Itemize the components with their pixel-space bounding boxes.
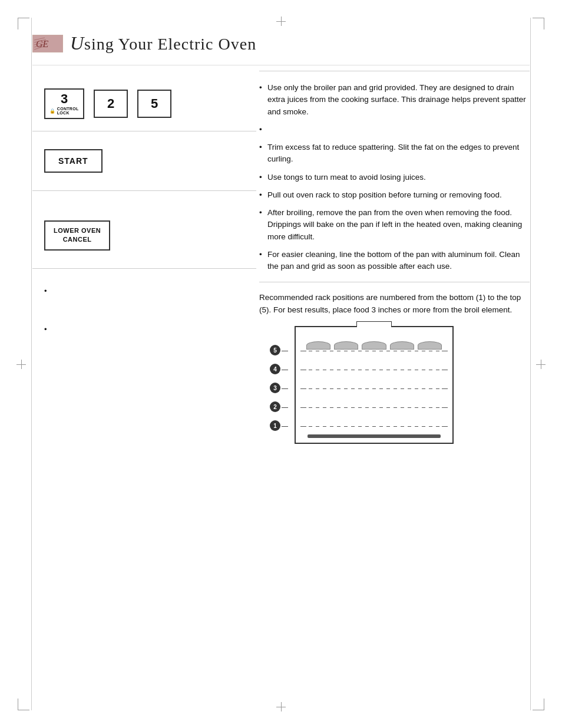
- rack-arrow-1: —: [282, 422, 288, 429]
- page-border-right: [530, 18, 531, 710]
- start-button[interactable]: START: [44, 149, 103, 173]
- right-bullet-rack-pull: Pull out oven rack to stop position befo…: [259, 189, 530, 201]
- key-button-5[interactable]: 5: [137, 90, 171, 118]
- left-bullet-list: [32, 269, 256, 334]
- key-sub-control-lock: 🔒 CONTROLLOCK: [49, 107, 78, 115]
- rack-circle-5: 5: [270, 345, 280, 355]
- connector-right-1: [442, 426, 448, 427]
- keypad-buttons-section: 3 🔒 CONTROLLOCK 2 5: [32, 71, 256, 131]
- key-number-2: 2: [107, 97, 114, 110]
- rack-diagram: [295, 326, 454, 444]
- cross-mark-left: [16, 360, 26, 369]
- connector-right-3: [442, 388, 448, 389]
- rack-shelf-2: [302, 407, 447, 408]
- key-button-3[interactable]: 3 🔒 CONTROLLOCK: [44, 88, 84, 119]
- connector-right-2: [442, 407, 448, 408]
- page-header: GE Using Your Electric Oven: [32, 32, 530, 54]
- rack-arrow-4: —: [282, 365, 288, 373]
- right-bullet-empty: [259, 124, 530, 136]
- cancel-line1: LOWER OVEN: [54, 227, 101, 234]
- key-number-5: 5: [151, 97, 158, 110]
- rack-arrow-3: —: [282, 384, 288, 391]
- rack-label-2: 2 —: [270, 401, 288, 412]
- connector-right-5: [442, 351, 448, 351]
- right-mid-divider: [259, 282, 530, 282]
- right-bullet-tongs: Use tongs to turn meat to avoid losing j…: [259, 172, 530, 183]
- right-bullet-after-broiling: After broiling, remove the pan from the …: [259, 207, 530, 243]
- corner-mark-br: [533, 699, 544, 710]
- food-lump-3: [362, 341, 386, 350]
- rack-shelf-1: [302, 426, 447, 427]
- cancel-section: LOWER OVEN CANCEL: [32, 191, 256, 268]
- connector-right-4: [442, 370, 448, 370]
- cancel-line2: CANCEL: [63, 236, 92, 243]
- key-button-2[interactable]: 2: [94, 90, 128, 118]
- rack-arrow-5: —: [282, 347, 288, 354]
- cross-mark-right: [536, 360, 546, 369]
- rack-circle-2: 2: [270, 401, 280, 412]
- brand-logo: GE: [32, 35, 63, 52]
- corner-mark-tl: [18, 18, 29, 29]
- rack-arrow-2: —: [282, 403, 288, 410]
- connector-left-4: [300, 370, 306, 370]
- start-section: START: [32, 131, 256, 190]
- connector-left-5: [300, 351, 306, 351]
- rack-circle-1: 1: [270, 420, 280, 431]
- page-border-left: [31, 18, 32, 710]
- rack-label-4: 4 —: [270, 364, 288, 374]
- cross-mark-top: [276, 17, 286, 26]
- rack-position-text: Recommended rack positions are numbered …: [259, 292, 530, 317]
- food-visual: [306, 341, 442, 350]
- corner-mark-bl: [18, 699, 29, 710]
- rack-bottom-element: [308, 434, 441, 438]
- right-bullet-trim-fat: Trim excess fat to reduce spattering. Sl…: [259, 141, 530, 166]
- right-bullet-broiler-pan: Use only the broiler pan and grid provid…: [259, 82, 530, 118]
- rack-top-handle: [356, 321, 392, 327]
- food-lump-4: [390, 341, 414, 350]
- cross-mark-bottom: [276, 702, 286, 711]
- connector-left-3: [300, 388, 306, 389]
- rack-shelf-3: [302, 388, 447, 389]
- rack-label-1: 1 —: [270, 420, 288, 431]
- connector-left-2: [300, 407, 306, 408]
- header-divider: [32, 65, 530, 65]
- right-bullet-aluminum-foil: For easier cleaning, line the bottom of …: [259, 249, 530, 273]
- rack-circle-3: 3: [270, 383, 280, 393]
- corner-mark-tr: [533, 18, 544, 29]
- food-lump-1: [306, 341, 330, 350]
- rack-circle-4: 4: [270, 364, 280, 374]
- rack-label-3: 3 —: [270, 383, 288, 393]
- left-bullet-2: [44, 325, 256, 334]
- right-column: Use only the broiler pan and grid provid…: [259, 71, 530, 444]
- lower-oven-cancel-button[interactable]: LOWER OVEN CANCEL: [44, 220, 110, 251]
- left-column: 3 🔒 CONTROLLOCK 2 5 START LOWER OVEN CAN…: [32, 71, 256, 363]
- rack-diagram-container: 5 — 4 — 3 — 2 — 1 —: [289, 326, 530, 444]
- rack-label-5: 5 —: [270, 345, 288, 355]
- connector-left-1: [300, 426, 306, 427]
- key-number-3: 3: [61, 93, 68, 106]
- rack-shelf-4: [302, 370, 447, 370]
- food-lump-5: [418, 341, 442, 350]
- left-bullet-1: [44, 286, 256, 295]
- page-title: Using Your Electric Oven: [70, 32, 256, 54]
- right-top-divider: [259, 71, 530, 71]
- rack-shelf-5: [302, 351, 447, 351]
- right-bullet-list-top: Use only the broiler pan and grid provid…: [259, 82, 530, 272]
- food-lump-2: [334, 341, 358, 350]
